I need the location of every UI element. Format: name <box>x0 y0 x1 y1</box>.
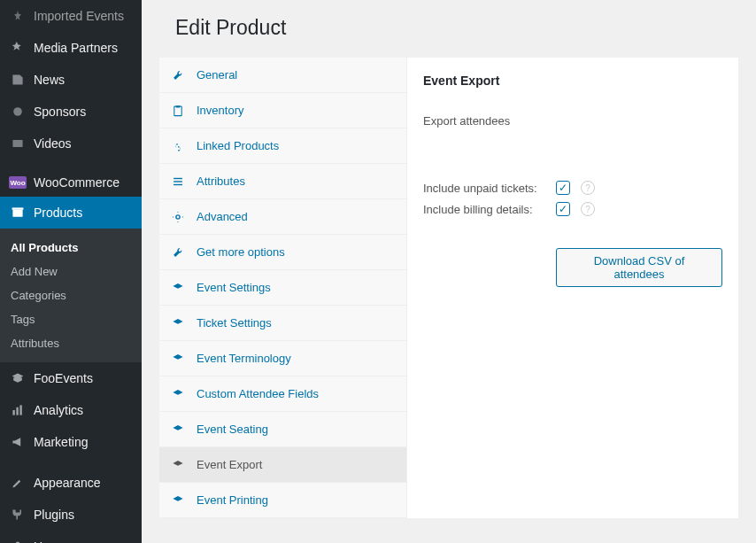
billing-checkbox[interactable]: ✓ <box>556 202 570 216</box>
sidebar-label: Users <box>34 539 66 543</box>
download-csv-button[interactable]: Download CSV of attendees <box>556 248 722 287</box>
svg-rect-3 <box>12 207 24 209</box>
tab-label: Get more options <box>197 245 285 259</box>
help-icon[interactable]: ? <box>581 181 595 195</box>
tab-event-printing[interactable]: Event Printing <box>159 483 406 518</box>
sidebar-item-plugins[interactable]: Plugins <box>0 499 142 531</box>
sidebar-item-appearance[interactable]: Appearance <box>0 467 142 499</box>
sidebar-item-news[interactable]: News <box>0 64 142 96</box>
gear-icon <box>172 211 188 223</box>
user-icon <box>9 538 27 543</box>
panel-title: Event Export <box>423 74 722 88</box>
grad-icon <box>172 494 188 507</box>
chart-icon <box>9 401 27 419</box>
sidebar-label: Marketing <box>34 435 88 449</box>
products-submenu: All Products Add New Categories Tags Att… <box>0 229 142 362</box>
svg-rect-12 <box>174 183 182 184</box>
tab-ticket-settings[interactable]: Ticket Settings <box>159 306 406 341</box>
sidebar-item-analytics[interactable]: Analytics <box>0 394 142 426</box>
page-title: Edit Product <box>142 0 756 58</box>
tab-event-seating[interactable]: Event Seating <box>159 412 406 447</box>
field-include-billing: Include billing details: ✓ ? <box>423 202 722 216</box>
pin-icon <box>9 39 27 57</box>
product-data-panel: General Inventory Linked Products Attrib… <box>159 58 738 518</box>
main-content: Edit Product General Inventory Linked Pr… <box>142 0 756 543</box>
pin-icon <box>9 7 27 25</box>
submenu-categories[interactable]: Categories <box>0 283 142 307</box>
grad-icon <box>9 369 27 387</box>
sidebar-item-videos[interactable]: Videos <box>0 128 142 159</box>
sidebar-label: FooEvents <box>34 371 93 385</box>
sidebar-label: Analytics <box>34 403 83 417</box>
woo-icon: Woo <box>9 176 27 189</box>
brush-icon <box>9 474 27 492</box>
clipboard-icon <box>172 105 188 117</box>
admin-sidebar: Imported Events Media Partners News Spon… <box>0 0 142 543</box>
submenu-add-new[interactable]: Add New <box>0 260 142 283</box>
sidebar-item-media-partners[interactable]: Media Partners <box>0 32 142 64</box>
tab-general[interactable]: General <box>159 58 406 93</box>
svg-rect-4 <box>12 410 14 415</box>
submenu-attributes[interactable]: Attributes <box>0 331 142 355</box>
wrench-icon <box>172 246 188 259</box>
field-include-unpaid: Include unpaid tickets: ✓ ? <box>423 181 722 195</box>
list-icon <box>172 175 188 188</box>
tab-label: Attributes <box>197 175 245 188</box>
tab-label: Event Settings <box>197 281 271 294</box>
sidebar-label: Plugins <box>34 508 74 522</box>
tab-label: Inventory <box>197 104 243 117</box>
grad-icon <box>172 282 188 294</box>
submenu-tags[interactable]: Tags <box>0 307 142 331</box>
sidebar-item-products[interactable]: Products <box>0 197 142 229</box>
plug-icon <box>9 506 27 524</box>
product-tabs: General Inventory Linked Products Attrib… <box>159 58 407 518</box>
active-arrow-icon <box>142 206 149 220</box>
sidebar-item-sponsors[interactable]: Sponsors <box>0 96 142 128</box>
sidebar-label: Videos <box>34 136 72 151</box>
tab-advanced[interactable]: Advanced <box>159 199 406 235</box>
tab-inventory[interactable]: Inventory <box>159 93 406 128</box>
archive-icon <box>9 204 27 221</box>
svg-rect-2 <box>12 210 22 217</box>
event-export-panel: Event Export Export attendees Include un… <box>407 58 738 518</box>
sidebar-item-users[interactable]: Users <box>0 531 142 543</box>
tab-custom-attendee-fields[interactable]: Custom Attendee Fields <box>159 376 406 412</box>
help-icon[interactable]: ? <box>581 202 595 216</box>
svg-rect-6 <box>19 405 21 415</box>
svg-rect-8 <box>174 106 181 116</box>
tab-label: Event Printing <box>197 493 268 507</box>
grad-icon <box>172 353 188 365</box>
tab-get-more-options[interactable]: Get more options <box>159 235 406 270</box>
tab-attributes[interactable]: Attributes <box>159 164 406 199</box>
sidebar-item-woocommerce[interactable]: Woo WooCommerce <box>0 168 142 197</box>
tab-event-settings[interactable]: Event Settings <box>159 270 406 306</box>
svg-point-0 <box>13 107 22 116</box>
grad-icon <box>172 423 188 436</box>
svg-rect-1 <box>12 140 22 147</box>
tab-label: Custom Attendee Fields <box>197 387 319 400</box>
tab-label: General <box>197 68 237 81</box>
sidebar-label: WooCommerce <box>34 175 120 190</box>
pin-icon <box>9 103 27 120</box>
sidebar-label: News <box>34 73 65 87</box>
svg-rect-9 <box>176 105 180 107</box>
tab-event-terminology[interactable]: Event Terminology <box>159 341 406 376</box>
grad-icon <box>172 317 188 330</box>
tab-event-export[interactable]: Event Export <box>159 447 406 483</box>
sidebar-label: Products <box>34 206 82 220</box>
pin-icon <box>9 71 27 89</box>
tab-label: Ticket Settings <box>197 316 272 330</box>
sidebar-item-imported-events[interactable]: Imported Events <box>0 0 142 32</box>
tab-label: Event Terminology <box>197 352 291 365</box>
tab-linked-products[interactable]: Linked Products <box>159 128 406 164</box>
sidebar-label: Media Partners <box>34 41 118 55</box>
sidebar-item-fooevents[interactable]: FooEvents <box>0 362 142 394</box>
megaphone-icon <box>9 433 27 451</box>
submenu-all-products[interactable]: All Products <box>0 236 142 260</box>
tab-label: Event Seating <box>197 423 268 436</box>
sidebar-item-marketing[interactable]: Marketing <box>0 426 142 458</box>
unpaid-checkbox[interactable]: ✓ <box>556 181 570 195</box>
unpaid-label: Include unpaid tickets: <box>423 182 556 195</box>
sidebar-label: Sponsors <box>34 105 86 119</box>
grad-icon <box>172 459 188 471</box>
